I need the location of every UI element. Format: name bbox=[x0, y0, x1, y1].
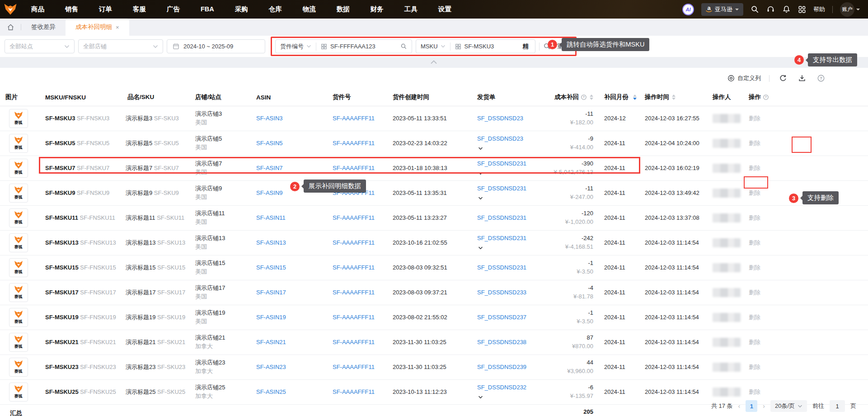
invoice-link[interactable]: SF_DSSDNSD231 bbox=[477, 185, 526, 200]
shipment-number-link[interactable]: SF-AAAAFFF11 bbox=[333, 339, 375, 345]
invoice-link[interactable]: SF_DSSDNSD238 bbox=[477, 339, 526, 345]
sort-icons[interactable] bbox=[590, 93, 593, 102]
msku-type-select[interactable]: MSKU bbox=[416, 43, 450, 50]
expand-chevron-icon[interactable] bbox=[478, 246, 483, 250]
nav-item[interactable]: 广告 bbox=[156, 0, 190, 19]
goto-page-input[interactable]: 1 bbox=[830, 400, 845, 412]
column-header[interactable]: 成本补回? bbox=[533, 89, 599, 106]
nav-item[interactable]: 采购 bbox=[225, 0, 258, 19]
invoice-link[interactable]: SF_DSSDNSD239 bbox=[477, 364, 526, 370]
asin-link[interactable]: SF-ASIN13 bbox=[256, 239, 286, 246]
asin-link[interactable]: SF-ASIN21 bbox=[256, 339, 286, 345]
search-icon[interactable] bbox=[751, 5, 759, 14]
account-menu[interactable]: 账户 bbox=[840, 2, 860, 17]
shipment-number-link[interactable]: SF-AAAAFFF11 bbox=[333, 165, 375, 171]
export-download-icon[interactable] bbox=[797, 73, 807, 84]
asin-link[interactable]: SF-ASIN5 bbox=[256, 140, 283, 147]
shipment-number-link[interactable]: SF-AAAAFFF11 bbox=[333, 289, 375, 296]
exact-match-toggle[interactable]: 精 bbox=[521, 43, 531, 51]
nav-item[interactable]: 仓库 bbox=[258, 0, 292, 19]
asin-link[interactable]: SF-ASIN11 bbox=[256, 214, 286, 221]
msku-search-input[interactable]: SF-MSKU3 精 bbox=[450, 43, 535, 51]
help-circle-icon[interactable]: ? bbox=[816, 73, 826, 84]
nav-item[interactable]: 客服 bbox=[122, 0, 156, 19]
nav-item[interactable]: 数据 bbox=[326, 0, 360, 19]
asin-link[interactable]: SF-ASIN3 bbox=[256, 115, 283, 122]
asin-link[interactable]: SF-ASIN19 bbox=[256, 314, 286, 321]
sort-icons[interactable] bbox=[633, 93, 637, 102]
shipment-number-link[interactable]: SF-AAAAFFF11 bbox=[333, 388, 375, 395]
invoice-link[interactable]: SF_DSSDNSD231 bbox=[477, 235, 526, 250]
delete-button[interactable]: 删除 bbox=[749, 189, 760, 196]
shipment-number-link[interactable]: SF-AAAAFFF11 bbox=[333, 140, 375, 147]
support-headset-icon[interactable] bbox=[766, 5, 775, 14]
asin-link[interactable]: SF-ASIN15 bbox=[256, 264, 286, 271]
notifications-bell-icon[interactable] bbox=[782, 5, 791, 14]
shipment-search-input[interactable]: SF-FFFFAAA123 bbox=[316, 43, 412, 50]
delete-button[interactable]: 删除 bbox=[749, 165, 760, 171]
help-link[interactable]: 帮助 bbox=[813, 5, 825, 14]
shop-select[interactable]: 全部店铺 bbox=[78, 39, 163, 53]
nav-item[interactable]: 物流 bbox=[292, 0, 326, 19]
invoice-link[interactable]: SF_DSSDNSD23 bbox=[477, 135, 523, 151]
invoice-link[interactable]: SF_DSSDNSD231 bbox=[477, 264, 526, 271]
asin-link[interactable]: SF-ASIN23 bbox=[256, 364, 286, 370]
collapse-filters-handle[interactable] bbox=[426, 58, 442, 66]
next-page-button[interactable]: › bbox=[763, 402, 765, 410]
shipment-number-link[interactable]: SF-AAAAFFF11 bbox=[333, 264, 375, 271]
apps-grid-icon[interactable] bbox=[798, 5, 806, 14]
ai-assistant-button[interactable]: AI bbox=[682, 4, 694, 15]
expand-chevron-icon[interactable] bbox=[478, 172, 483, 175]
nav-item[interactable]: 商品 bbox=[21, 0, 55, 19]
site-select[interactable]: 全部站点 bbox=[5, 39, 75, 53]
customize-columns-button[interactable]: 自定义列 bbox=[727, 74, 761, 82]
expand-chevron-icon[interactable] bbox=[478, 197, 483, 200]
shipment-number-link[interactable]: SF-AAAAFFF11 bbox=[333, 314, 375, 321]
asin-link[interactable]: SF-ASIN9 bbox=[256, 189, 283, 196]
current-page-button[interactable]: 1 bbox=[746, 400, 757, 412]
info-icon[interactable]: ? bbox=[581, 94, 587, 100]
delete-button[interactable]: 删除 bbox=[749, 115, 760, 122]
page-size-select[interactable]: 20条/页 bbox=[770, 400, 807, 412]
delete-button[interactable]: 删除 bbox=[749, 289, 760, 296]
asin-link[interactable]: SF-ASIN17 bbox=[256, 289, 286, 296]
marketplace-switcher[interactable]: a 亚马逊 bbox=[701, 3, 743, 16]
delete-button[interactable]: 删除 bbox=[749, 314, 760, 321]
prev-page-button[interactable]: ‹ bbox=[738, 402, 741, 410]
shipment-number-link[interactable]: SF-AAAAFFF11 bbox=[333, 364, 375, 370]
invoice-link[interactable]: SF_DSSDNSD233 bbox=[477, 289, 526, 296]
delete-button[interactable]: 删除 bbox=[749, 140, 760, 147]
refresh-icon[interactable] bbox=[778, 73, 788, 84]
asin-link[interactable]: SF-ASIN25 bbox=[256, 388, 286, 395]
shipment-number-link[interactable]: SF-AAAAFFF11 bbox=[333, 239, 375, 246]
column-header[interactable]: 补回月份? bbox=[599, 89, 639, 106]
home-tab[interactable] bbox=[0, 19, 21, 36]
month-range-picker[interactable]: 2024-10 ~ 2025-09 bbox=[167, 39, 265, 53]
close-tab-icon[interactable]: × bbox=[116, 24, 119, 31]
delete-button[interactable]: 删除 bbox=[749, 388, 760, 395]
invoice-link[interactable]: SF_DSSDNSD23 bbox=[477, 115, 523, 122]
nav-item[interactable]: 销售 bbox=[55, 0, 89, 19]
expand-chevron-icon[interactable] bbox=[478, 396, 483, 399]
shipment-number-link[interactable]: SF-AAAAFFF11 bbox=[333, 115, 375, 122]
nav-item[interactable]: 订单 bbox=[89, 0, 122, 19]
delete-button[interactable]: 删除 bbox=[749, 364, 760, 370]
shipment-type-select[interactable]: 货件编号 bbox=[276, 43, 316, 51]
nav-item[interactable]: FBA bbox=[190, 0, 225, 19]
delete-button[interactable]: 删除 bbox=[749, 339, 760, 345]
brand-fox-logo-icon[interactable] bbox=[0, 3, 21, 15]
tab-receiving-difference[interactable]: 签收差异 bbox=[21, 19, 66, 36]
delete-button[interactable]: 删除 bbox=[749, 239, 760, 246]
expand-chevron-icon[interactable] bbox=[478, 147, 483, 150]
invoice-link[interactable]: SF_DSSDNSD231 bbox=[477, 160, 526, 175]
column-header[interactable]: 操作时间 bbox=[639, 89, 707, 106]
shipment-number-link[interactable]: SF-AAAAFFF11 bbox=[333, 214, 375, 221]
asin-link[interactable]: SF-ASIN7 bbox=[256, 165, 283, 171]
sort-icons[interactable] bbox=[672, 93, 676, 102]
tab-cost-recovery-detail[interactable]: 成本补回明细 × bbox=[66, 19, 129, 36]
delete-button[interactable]: 删除 bbox=[749, 214, 760, 221]
nav-item[interactable]: 设置 bbox=[428, 0, 462, 19]
info-icon[interactable]: ? bbox=[763, 94, 769, 100]
invoice-link[interactable]: SF_DSSDNSD232 bbox=[477, 384, 526, 399]
invoice-link[interactable]: SF_DSSDNSD231 bbox=[477, 214, 526, 221]
